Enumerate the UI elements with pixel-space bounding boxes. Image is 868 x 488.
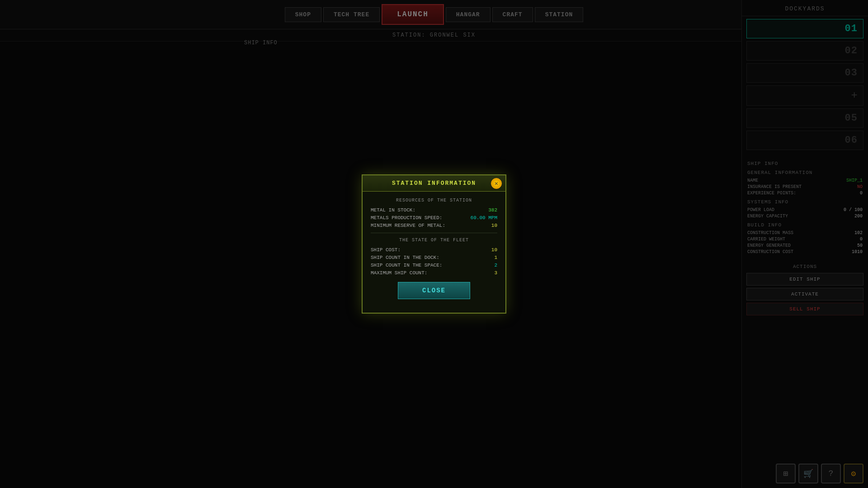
fleet-section-title: THE STATE OF THE FLEET <box>371 238 497 243</box>
ship-cost-row: SHIP COST: 10 <box>371 247 497 253</box>
max-ship-count-value: 3 <box>494 270 497 276</box>
modal-body: RESOURCES OF THE STATION METAL IN STOCK:… <box>363 192 505 313</box>
modal-close-button[interactable]: ✕ <box>491 178 502 189</box>
modal-overlay: STATION INFORMATION ✕ RESOURCES OF THE S… <box>0 0 868 488</box>
minimum-reserve-label: MINIMUM RESERVE OF METAL: <box>371 223 445 228</box>
max-ship-count-label: MAXIMUM SHIP COUNT: <box>371 270 427 276</box>
close-modal-button[interactable]: CLOSE <box>398 282 470 299</box>
production-speed-row: METALS PRODUCTION SPEED: 60.00 MPM <box>371 215 497 221</box>
ship-count-dock-value: 1 <box>494 255 497 260</box>
ship-cost-label: SHIP COST: <box>371 247 401 253</box>
station-info-modal: STATION INFORMATION ✕ RESOURCES OF THE S… <box>362 174 506 314</box>
ship-cost-value: 10 <box>491 247 497 253</box>
resources-section-title: RESOURCES OF THE STATION <box>371 198 497 203</box>
production-speed-label: METALS PRODUCTION SPEED: <box>371 215 442 221</box>
metal-stock-row: METAL IN STOCK: 382 <box>371 207 497 213</box>
modal-title: STATION INFORMATION <box>363 175 505 192</box>
minimum-reserve-value: 10 <box>491 223 497 228</box>
ship-count-space-row: SHIP COUNT IN THE SPACE: 2 <box>371 263 497 268</box>
ship-count-dock-row: SHIP COUNT IN THE DOCK: 1 <box>371 255 497 260</box>
production-speed-value: 60.00 MPM <box>471 215 497 221</box>
max-ship-count-row: MAXIMUM SHIP COUNT: 3 <box>371 270 497 276</box>
minimum-reserve-row: MINIMUM RESERVE OF METAL: 10 <box>371 223 497 228</box>
modal-divider <box>371 233 497 233</box>
ship-count-dock-label: SHIP COUNT IN THE DOCK: <box>371 255 439 260</box>
metal-stock-label: METAL IN STOCK: <box>371 207 415 213</box>
ship-count-space-label: SHIP COUNT IN THE SPACE: <box>371 263 442 268</box>
ship-count-space-value: 2 <box>494 263 497 268</box>
metal-stock-value: 382 <box>488 207 497 213</box>
